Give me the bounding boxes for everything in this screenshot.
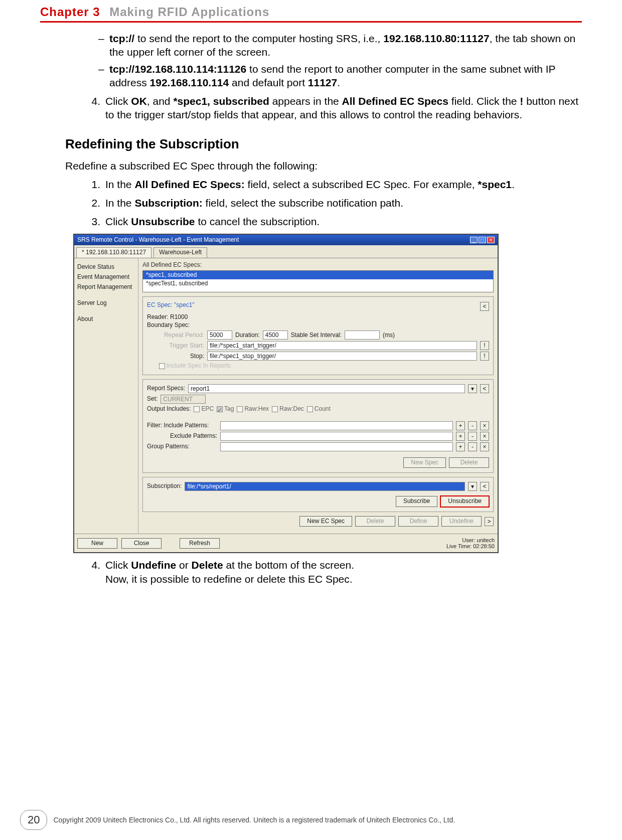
close-icon[interactable]: × [480, 442, 489, 451]
new-spec-button[interactable]: New Spec [403, 457, 446, 468]
text: All Defined EC Specs [342, 95, 448, 107]
report-specs-input[interactable]: report1 [188, 384, 465, 393]
new-ec-spec-button[interactable]: New EC Spec [299, 516, 352, 527]
close-icon[interactable]: × [487, 237, 495, 243]
all-defined-ec-specs-label: All Defined EC Specs: [142, 261, 494, 269]
filter-exclude-label: Exclude Patterns: [147, 432, 217, 440]
list-item: 1. In the All Defined EC Specs: field, s… [85, 178, 582, 191]
screenshot: SRS Remote Control - Warehouse-Left - Ev… [73, 234, 499, 554]
sidebar-item-about[interactable]: About [77, 314, 135, 323]
ec-specs-listbox[interactable]: *spec1, subscribed *specTest1, subscribe… [142, 270, 494, 292]
report-specs-label: Report Specs: [147, 385, 185, 393]
chapter-header: Chapter 3 Making RFID Applications [40, 5, 582, 23]
text: . [512, 179, 515, 190]
filter-exclude-input[interactable] [220, 432, 453, 441]
text: Click [105, 216, 131, 227]
text: Undefine [131, 559, 176, 571]
page-number: 20 [20, 810, 47, 830]
duration-input[interactable]: 4500 [263, 330, 288, 340]
trigger-start-label: Trigger Start: [159, 342, 204, 350]
stable-label: Stable Set Interval: [291, 331, 342, 340]
list-row[interactable]: *specTest1, subscribed [143, 279, 493, 288]
plus-icon[interactable]: + [456, 442, 465, 451]
collapse-icon[interactable]: < [480, 384, 489, 393]
group-patterns-label: Group Patterns: [147, 443, 217, 451]
expand-icon[interactable]: > [485, 517, 494, 526]
plus-icon[interactable]: + [456, 432, 465, 441]
duration-label: Duration: [235, 331, 260, 340]
tab-connection[interactable]: * 192.168.110.80:11127 [76, 247, 151, 258]
trigger-start-action-icon[interactable]: ! [480, 341, 489, 350]
text: or [176, 559, 191, 571]
chapter-title: Making RFID Applications [109, 5, 269, 19]
new-button[interactable]: New [77, 538, 117, 549]
stop-action-icon[interactable]: ! [480, 352, 489, 361]
delete-mini-button[interactable]: Delete [449, 457, 489, 468]
set-label: Set: [147, 395, 158, 403]
user-label: User: unitech [446, 537, 495, 543]
trigger-start-input[interactable]: file:/*spec1_start_trigger/ [207, 341, 477, 350]
maximize-icon[interactable]: □ [479, 237, 486, 243]
repeat-period-input[interactable]: 5000 [207, 330, 232, 340]
delete-button[interactable]: Delete [355, 516, 395, 527]
sidebar-item-server-log[interactable]: Server Log [77, 298, 135, 307]
sidebar-item-event-management[interactable]: Event Management [77, 272, 135, 281]
include-spec-checkbox[interactable]: Include Spec In Reports [159, 362, 231, 370]
minus-icon[interactable]: - [468, 442, 477, 451]
text: field. Click the [448, 95, 520, 107]
unsubscribe-button[interactable]: Unsubscribe [440, 496, 489, 507]
chevron-down-icon[interactable]: ▾ [468, 384, 477, 393]
list-item: 4. Click OK, and *spec1, subscribed appe… [85, 94, 582, 122]
text: Click [105, 559, 131, 571]
list-item: 2. In the Subscription: field, select th… [85, 196, 582, 210]
text: Subscription: [134, 197, 202, 209]
plus-icon[interactable]: + [456, 421, 465, 430]
close-icon[interactable]: × [480, 421, 489, 430]
chk-count[interactable]: Count [307, 405, 331, 413]
sidebar-item-report-management[interactable]: Report Management [77, 282, 135, 291]
chk-count-label: Count [315, 405, 331, 413]
minimize-icon[interactable]: _ [470, 237, 478, 243]
collapse-icon[interactable]: < [480, 482, 489, 491]
subscription-input[interactable]: file:/*srs/report1/ [185, 482, 465, 491]
stable-input[interactable] [345, 330, 380, 340]
chk-epc[interactable]: EPC [194, 405, 214, 413]
filter-include-input[interactable] [220, 421, 453, 430]
chk-tag[interactable]: ✓Tag [217, 405, 234, 413]
collapse-icon[interactable]: < [480, 302, 489, 311]
tab-warehouse[interactable]: Warehouse-Left [153, 247, 207, 258]
step-number: 2. [85, 196, 105, 210]
undefine-button[interactable]: Undefine [441, 516, 482, 527]
text: to send the report to the computer hosti… [134, 33, 383, 44]
group-patterns-input[interactable] [220, 442, 453, 451]
window-buttons: _□× [469, 236, 495, 244]
stop-input[interactable]: file:/*spec1_stop_trigger/ [207, 352, 477, 361]
text: In the [105, 197, 134, 209]
minus-icon[interactable]: - [468, 432, 477, 441]
refresh-button[interactable]: Refresh [180, 538, 220, 549]
ec-spec-panel: EC Spec: "spec1" < Reader: R1000 Boundar… [142, 296, 494, 375]
define-button[interactable]: Define [398, 516, 438, 527]
sidebar-item-device-status[interactable]: Device Status [77, 262, 135, 271]
text: field, select a subscribed EC Spec. For … [245, 179, 478, 190]
minus-icon[interactable]: - [468, 421, 477, 430]
chk-rawdec[interactable]: Raw:Dec [272, 405, 304, 413]
chk-rawhex[interactable]: Raw:Hex [237, 405, 269, 413]
step-number: 1. [85, 178, 105, 191]
text: *spec1, subscribed [173, 95, 269, 107]
subscribe-button[interactable]: Subscribe [396, 496, 437, 507]
list-item: 3. Click Unsubscribe to cancel the subsc… [85, 215, 582, 228]
page-footer: 20 Copyright 2009 Unitech Electronics Co… [20, 810, 582, 830]
text: tcp://192.168.110.114:11126 [109, 63, 246, 75]
close-button[interactable]: Close [121, 538, 162, 549]
close-icon[interactable]: × [480, 432, 489, 441]
text: to cancel the subscription. [195, 216, 320, 227]
text: Delete [192, 559, 223, 571]
subscription-panel: Subscription: file:/*srs/report1/ ▾ < Su… [142, 477, 494, 512]
sidebar: Device Status Event Management Report Ma… [74, 258, 138, 534]
filter-include-label: Filter: Include Patterns: [147, 422, 217, 430]
ms-label: (ms) [383, 331, 395, 340]
text: 192.168.110.114 [150, 77, 229, 88]
list-row-selected[interactable]: *spec1, subscribed [143, 271, 493, 280]
chevron-down-icon[interactable]: ▾ [468, 482, 477, 491]
